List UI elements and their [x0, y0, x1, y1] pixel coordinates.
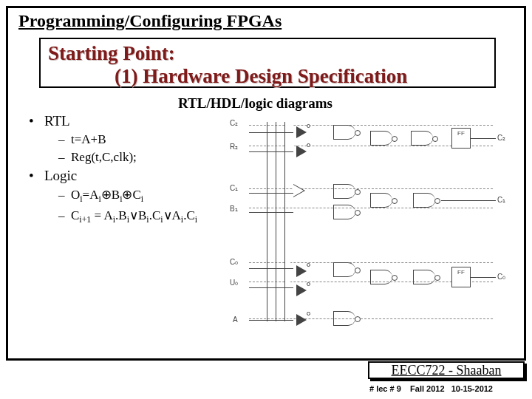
- title-line-2: (1) Hardware Design Specification: [48, 65, 487, 88]
- bullet-rtl-label: RTL: [44, 113, 70, 129]
- diagram-label-out-mid: C₁: [497, 196, 505, 204]
- slide-header: Programming/Configuring FPGAs: [18, 11, 282, 31]
- nand-gate-icon: [370, 193, 392, 208]
- inverter-icon: [296, 314, 307, 326]
- nand-gate-icon: [333, 311, 355, 326]
- nand-gate-icon: [333, 205, 355, 219]
- subfooter-lec: # lec # 9: [369, 384, 401, 393]
- diagram-label-r2: R₂: [230, 143, 238, 151]
- nand-gate-icon: [333, 262, 355, 277]
- bullet-rtl-sub2-text: Reg(t,C,clk);: [71, 150, 137, 164]
- subfooter-date: 10-15-2012: [451, 384, 493, 393]
- bullet-rtl-sub1: – t=A+B: [29, 132, 228, 147]
- bullet-logic-label: Logic: [44, 168, 77, 183]
- subheading: RTL/HDL/logic diagrams: [178, 95, 332, 112]
- footer-box: EECC722 - Shaaban: [368, 361, 525, 379]
- bullet-list: • RTL – t=A+B – Reg(t,C,clk); • Logic – …: [29, 113, 228, 229]
- diagram-label-c2: C₂: [230, 119, 238, 127]
- bullet-rtl-sub1-text: t=A+B: [71, 132, 106, 146]
- title-box: Starting Point: (1) Hardware Design Spec…: [39, 38, 496, 88]
- nand-gate-icon: [333, 184, 355, 199]
- subfooter-term: Fall 2012: [410, 384, 444, 393]
- flipflop-box: FF: [451, 128, 471, 149]
- slide-frame: Programming/Configuring FPGAs Starting P…: [6, 6, 526, 361]
- nand-gate-icon: [333, 125, 355, 140]
- flipflop-box: FF: [451, 267, 471, 287]
- nand-gate-icon: [370, 131, 392, 146]
- inverter-icon: [296, 265, 307, 277]
- bullet-logic-sub2: – Ci+1 = Ai.Bi∨Bi.Ci∨Ai.Ci: [29, 208, 228, 225]
- diagram-label-c0: C₀: [230, 258, 238, 266]
- nand-gate-icon: [411, 131, 433, 146]
- bullet-logic: • Logic: [29, 168, 228, 184]
- bullet-rtl-sub2: – Reg(t,C,clk);: [29, 150, 228, 165]
- inverter-icon: [296, 126, 307, 138]
- nand-gate-icon: [370, 270, 392, 284]
- logic-diagram: FF FF C₂ R₂ C₁ B₁ C₀ U₀: [222, 110, 511, 354]
- diagram-label-out-top: C₂: [497, 134, 505, 142]
- diagram-label-c1: C₁: [230, 184, 238, 192]
- nand-gate-icon: [413, 270, 435, 284]
- inverter-icon: [296, 284, 307, 296]
- subfooter: # lec # 9 Fall 2012 10-15-2012: [369, 384, 525, 393]
- inverter-icon: [296, 146, 307, 157]
- nand-gate-icon: [413, 193, 435, 208]
- bullet-rtl: • RTL: [29, 113, 228, 129]
- diagram-label-u0: U₀: [230, 279, 238, 287]
- bullet-logic-sub1-text: Oi=Ai⊕Bi⊕Ci: [71, 188, 143, 202]
- diagram-label-b1: B₁: [230, 205, 238, 213]
- title-line-1: Starting Point:: [48, 42, 487, 65]
- buffer-icon: [293, 184, 305, 197]
- bullet-logic-sub1: – Oi=Ai⊕Bi⊕Ci: [29, 187, 228, 205]
- bullet-logic-sub2-text: Ci+1 = Ai.Bi∨Bi.Ci∨Ai.Ci: [71, 208, 197, 222]
- diagram-label-out-bot: C₀: [497, 273, 505, 281]
- footer-course: EECC722 - Shaaban: [392, 363, 502, 378]
- diagram-label-a: A: [233, 316, 238, 324]
